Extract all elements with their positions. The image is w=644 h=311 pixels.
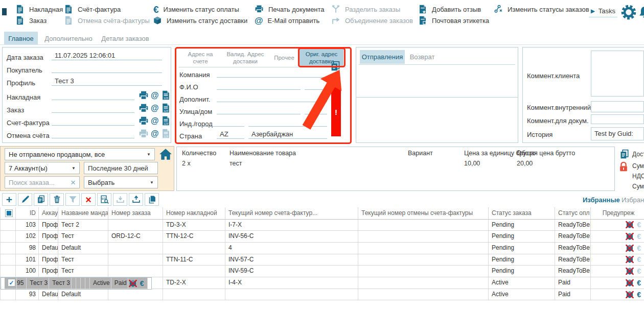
street-field[interactable]	[217, 106, 301, 114]
table-row-95-selected[interactable]: ✓ 95 Тест 3 Тест 3 Active Paid €	[1, 277, 152, 290]
cell-account[interactable]: Проф...	[39, 231, 58, 243]
cancel-button[interactable]: ×	[81, 193, 96, 206]
cell-account[interactable]: Проф...	[39, 266, 58, 277]
waybill-email-icon[interactable]: @	[151, 91, 159, 100]
cell-cancel-no[interactable]	[358, 289, 489, 300]
zip-field[interactable]	[198, 118, 244, 127]
cell-account[interactable]: Default	[39, 242, 58, 254]
header-mandate[interactable]: Название мандата	[58, 207, 108, 219]
header-id[interactable]: ID	[16, 207, 39, 219]
invoice-number-field[interactable]	[52, 117, 134, 126]
tab-favorites[interactable]: Избранные	[583, 196, 620, 204]
toolbar-delivery-status-button[interactable]: Изменить статус доставки	[153, 15, 247, 26]
cell-waybill-no[interactable]	[76, 278, 81, 289]
cell-cancel-no[interactable]	[358, 254, 489, 266]
cell-invoice-no[interactable]	[225, 289, 358, 300]
cell-mandate[interactable]: Default	[58, 242, 108, 254]
cell-cancel-no[interactable]	[358, 231, 489, 243]
cell-status[interactable]: Pending	[489, 242, 555, 254]
tab-other[interactable]: Прочее	[270, 50, 298, 66]
waybill-print-icon[interactable]	[139, 90, 149, 101]
invoice-cancel-number-field[interactable]	[52, 130, 134, 138]
table-row-102[interactable]: 102 Проф... Тест ORD-12-C TTN-12-C INV-5…	[1, 231, 644, 243]
accounts-select[interactable]: 7 Аккаунт(ы)▼	[5, 162, 80, 174]
cell-checkbox[interactable]: ✓	[5, 278, 17, 289]
cell-pay-status[interactable]: Paid	[555, 277, 591, 289]
tasks-button[interactable]: ▶Tasks	[589, 5, 617, 17]
cell-checkbox[interactable]	[1, 231, 16, 243]
cell-invoice-no[interactable]: 4	[225, 242, 358, 254]
table-row-93[interactable]: 93 Default Default Active Paid €	[1, 289, 644, 300]
invoice-print-icon[interactable]	[139, 116, 149, 126]
period-field[interactable]: Последние 30 дней	[84, 162, 158, 174]
header-order-no[interactable]: Номер заказа	[108, 207, 163, 219]
header-waybill-no[interactable]: Номер накладной	[163, 207, 225, 219]
cell-mandate[interactable]: Тест	[58, 266, 108, 277]
cell-waybill-no[interactable]: TD-2-X	[163, 277, 225, 289]
client-comment-textarea[interactable]	[591, 51, 644, 97]
tab-returns[interactable]: Возврат	[406, 50, 439, 64]
waybill-number-field[interactable]	[52, 91, 134, 100]
order-number-field[interactable]	[52, 104, 134, 113]
invoice-doc123-icon[interactable]	[161, 116, 171, 126]
cell-status[interactable]: Pending	[489, 266, 555, 277]
cell-status[interactable]: Active	[489, 289, 555, 300]
internal-comment-field[interactable]	[591, 101, 644, 112]
header-warnings[interactable]: Предупреж	[591, 207, 644, 219]
table-row-101[interactable]: 101 Проф... Тест TTN-11-C INV-57-C Pendi…	[1, 254, 644, 266]
toolbar-print-button[interactable]: Печать документа	[255, 4, 325, 14]
cell-order-no[interactable]	[72, 278, 76, 289]
cell-status[interactable]: Active	[489, 277, 555, 289]
row-checkbox-checked[interactable]: ✓	[8, 279, 15, 286]
cell-cancel-no[interactable]	[85, 278, 90, 289]
cell-mandate[interactable]: Default	[58, 289, 108, 300]
add-button[interactable]: +	[2, 193, 16, 206]
cell-order-no[interactable]	[108, 266, 163, 277]
cell-checkbox[interactable]	[1, 254, 16, 266]
toolbar-mail-label-button[interactable]: Почтовая этикетка	[418, 15, 489, 26]
cell-pay-status[interactable]: ReadyToBeI	[555, 219, 591, 231]
header-status[interactable]: Статус заказа	[489, 207, 555, 219]
tab-valid-delivery-address[interactable]: Валид. Адрес доставки	[222, 50, 269, 66]
cell-pay-status[interactable]: Paid	[555, 289, 591, 300]
cell-id[interactable]: 103	[16, 219, 39, 231]
cell-status[interactable]: Active	[90, 278, 111, 289]
cell-order-no[interactable]	[108, 289, 163, 300]
cell-invoice-no[interactable]	[81, 278, 85, 289]
toolbar-change-statuses-button[interactable]: Изменить статусы заказов	[494, 4, 589, 14]
cell-checkbox[interactable]	[1, 289, 16, 300]
table-row-100[interactable]: 100 Проф... Тест INV-59-C Pending ReadyT…	[1, 266, 644, 277]
order-search-box[interactable]: ×	[5, 176, 80, 188]
tab-favorites-2[interactable]: Избран	[622, 196, 644, 204]
order-search-input[interactable]	[9, 179, 71, 186]
tab-additional[interactable]: Дополнительно	[40, 32, 97, 45]
cell-cancel-no[interactable]	[358, 242, 489, 254]
tab-order-details[interactable]: Детали заказов	[98, 32, 152, 45]
status-filter-select[interactable]: Не отправлено продавцом, все▼	[5, 148, 155, 160]
tab-invoice-address[interactable]: Адрес на счете	[180, 50, 221, 66]
firstname-field[interactable]	[217, 81, 301, 90]
cell-id[interactable]: 93	[16, 289, 39, 300]
cell-checkbox[interactable]	[1, 219, 16, 231]
cell-account[interactable]: Тест 3	[27, 278, 49, 289]
cell-id[interactable]: 95	[17, 278, 27, 289]
profile-field[interactable]: Тест 3	[52, 77, 162, 86]
cell-account[interactable]: Default	[39, 289, 58, 300]
order-print-icon[interactable]	[139, 103, 149, 113]
order-date-field[interactable]: 11.07.2025 12:06:01	[52, 52, 162, 60]
cell-waybill-no[interactable]	[163, 289, 225, 300]
cell-invoice-no[interactable]: I-7-X	[225, 219, 358, 231]
cell-waybill-no[interactable]: TTN-12-C	[163, 231, 225, 243]
cell-pay-status[interactable]: Paid	[111, 278, 128, 289]
home-icon[interactable]	[159, 148, 172, 161]
cell-pay-status[interactable]: ReadyToBeI	[555, 231, 591, 243]
cell-waybill-no[interactable]: TD-3-X	[163, 219, 225, 231]
choose-select[interactable]: Выбрать▼	[84, 176, 158, 188]
tab-shipments[interactable]: Отправления	[360, 50, 405, 64]
cell-invoice-no[interactable]: INV-56-C	[225, 231, 358, 243]
header-account[interactable]: Аккау...	[39, 207, 58, 219]
table-row-103[interactable]: 103 Проф... Тест 2 TD-3-X I-7-X Pending …	[1, 219, 644, 231]
cell-mandate[interactable]: Тест 2	[58, 219, 108, 231]
waybill-doc123-icon[interactable]	[161, 90, 171, 100]
toolbar-add-review-button[interactable]: Добавить отзыв	[418, 4, 481, 14]
